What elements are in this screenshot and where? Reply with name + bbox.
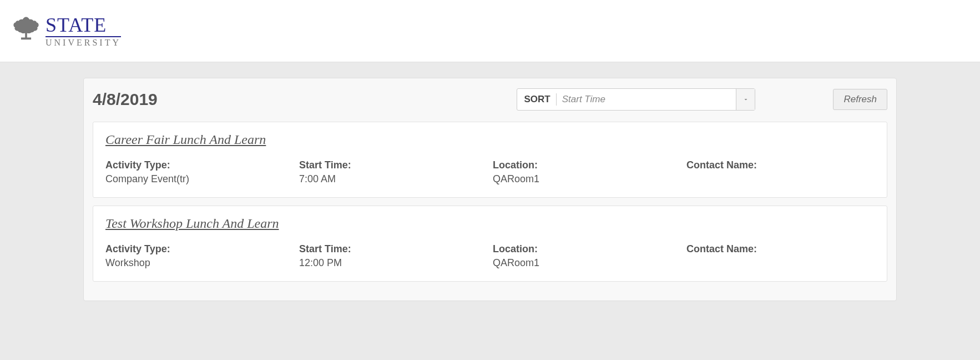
field-value: 7:00 AM xyxy=(299,173,487,185)
field-start-time: Start Time: 7:00 AM xyxy=(299,159,487,185)
event-title-link[interactable]: Test Workshop Lunch And Learn xyxy=(105,216,279,231)
field-label: Start Time: xyxy=(299,159,487,171)
sort-select[interactable]: SORT Start Time xyxy=(517,88,755,111)
field-label: Activity Type: xyxy=(105,159,294,171)
logo-line2: UNIVERSITY xyxy=(46,38,121,47)
event-fields: Activity Type: Company Event(tr) Start T… xyxy=(105,159,875,185)
panel-header: 4/8/2019 SORT Start Time Refresh xyxy=(93,88,887,111)
field-value: 12:00 PM xyxy=(299,257,487,269)
field-value: Company Event(tr) xyxy=(105,173,294,185)
events-panel: 4/8/2019 SORT Start Time Refresh Career … xyxy=(83,78,897,301)
field-label: Location: xyxy=(493,243,681,255)
field-value: QARoom1 xyxy=(493,257,681,269)
field-label: Activity Type: xyxy=(105,243,294,255)
field-label: Contact Name: xyxy=(686,243,875,255)
event-title-link[interactable]: Career Fair Lunch And Learn xyxy=(105,132,266,147)
field-contact-name: Contact Name: xyxy=(686,243,875,269)
content: 4/8/2019 SORT Start Time Refresh Career … xyxy=(0,62,980,323)
logo: STATE UNIVERSITY xyxy=(10,14,121,48)
field-activity-type: Activity Type: Workshop xyxy=(105,243,294,269)
logo-line1: STATE xyxy=(46,15,121,37)
app-header: STATE UNIVERSITY xyxy=(0,0,980,62)
event-card: Career Fair Lunch And Learn Activity Typ… xyxy=(93,122,887,198)
field-label: Contact Name: xyxy=(686,159,875,171)
chevron-down-icon[interactable] xyxy=(736,89,755,110)
refresh-button[interactable]: Refresh xyxy=(833,89,887,110)
panel-controls: SORT Start Time Refresh xyxy=(517,88,887,111)
field-value: QARoom1 xyxy=(493,173,681,185)
field-contact-name: Contact Name: xyxy=(686,159,875,185)
field-label: Location: xyxy=(493,159,681,171)
field-label: Start Time: xyxy=(299,243,487,255)
sort-label: SORT xyxy=(517,94,555,105)
field-activity-type: Activity Type: Company Event(tr) xyxy=(105,159,294,185)
sort-value: Start Time xyxy=(557,94,736,105)
event-fields: Activity Type: Workshop Start Time: 12:0… xyxy=(105,243,875,269)
tree-icon xyxy=(10,14,42,48)
event-card: Test Workshop Lunch And Learn Activity T… xyxy=(93,206,887,282)
date-title: 4/8/2019 xyxy=(93,90,158,109)
field-location: Location: QARoom1 xyxy=(493,159,681,185)
logo-text: STATE UNIVERSITY xyxy=(46,15,121,47)
field-start-time: Start Time: 12:00 PM xyxy=(299,243,487,269)
field-value: Workshop xyxy=(105,257,294,269)
field-location: Location: QARoom1 xyxy=(493,243,681,269)
